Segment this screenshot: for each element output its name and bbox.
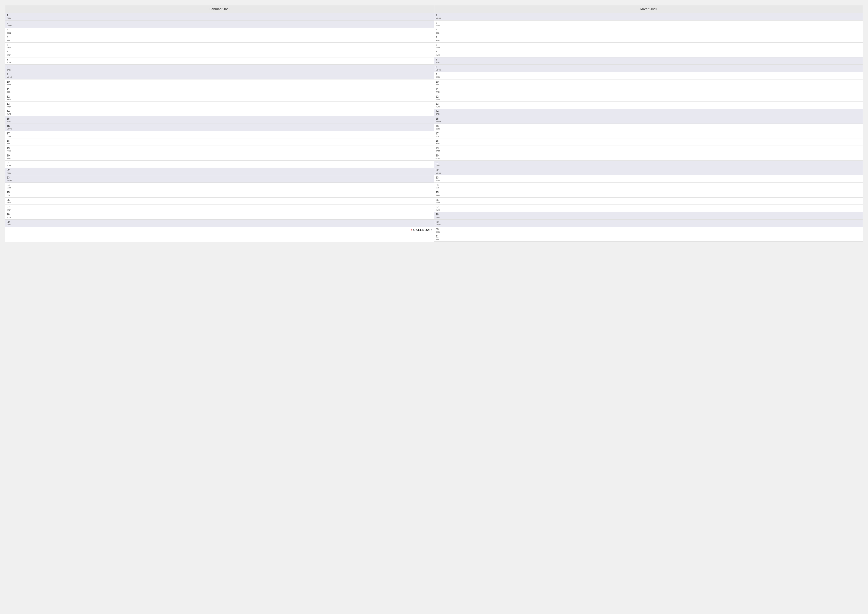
day-name: MING [436, 224, 445, 226]
day-row: 17SEL [434, 131, 863, 138]
day-info: 17SEL [436, 132, 445, 138]
day-info: 31SEL [436, 235, 445, 241]
day-name: MING [7, 76, 16, 78]
day-row: 25SEL [5, 190, 434, 197]
day-name: JUM [436, 54, 445, 56]
day-info: 18SEL [7, 139, 16, 145]
day-number: 3 [7, 29, 16, 32]
day-row: 4SEL [5, 35, 434, 43]
day-number: 16 [436, 124, 445, 128]
day-row: 6KAM [5, 50, 434, 58]
day-number: 16 [7, 124, 16, 128]
day-number: 12 [436, 95, 445, 98]
day-number: 17 [7, 132, 16, 135]
day-row: 21SAB [434, 161, 863, 168]
calendar-container: Februari 2020 1SAB2MING3SEN4SEL5RAB6KAM7… [5, 5, 863, 242]
day-name: KAM [7, 106, 16, 108]
day-info: 12KAM [436, 95, 445, 101]
day-name: MING [436, 172, 445, 174]
day-name: SEL [7, 194, 16, 197]
february-days: 1SAB2MING3SEN4SEL5RAB6KAM7JUM8SAB9MING10… [5, 13, 434, 227]
day-info: 24SEN [7, 183, 16, 189]
day-info: 25RAB [436, 191, 445, 197]
day-info: 3SEN [7, 29, 16, 34]
day-number: 17 [436, 132, 445, 135]
day-row: 16SEN [434, 124, 863, 131]
day-number: 14 [7, 110, 16, 113]
day-number: 23 [436, 176, 445, 179]
day-row: 20KAM [5, 153, 434, 161]
day-row: 14SAB [434, 109, 863, 117]
day-info: 5RAB [7, 44, 16, 49]
day-name: JUM [7, 165, 16, 167]
day-number: 8 [7, 65, 16, 68]
day-row: 22MING [434, 168, 863, 175]
day-number: 31 [436, 235, 445, 238]
day-number: 1 [436, 14, 445, 17]
day-row: 4RAB [434, 35, 863, 43]
day-number: 13 [7, 102, 16, 106]
day-row: 28SAB [434, 212, 863, 219]
day-info: 1MING [436, 14, 445, 20]
day-row: 2SEN [434, 20, 863, 28]
day-row: 26KAM [434, 197, 863, 205]
march-days: 1MING2SEN3SEL4RAB5KAM6JUM7SAB8MING9SEN10… [434, 13, 863, 242]
day-row: 16MING [5, 124, 434, 131]
day-info: 4SEL [7, 36, 16, 42]
day-info: 5KAM [436, 44, 445, 49]
day-row: 21JUM [5, 161, 434, 168]
day-info: 25SEL [7, 191, 16, 197]
day-row: 24SEN [5, 183, 434, 190]
day-row: 1SAB [5, 13, 434, 20]
day-number: 19 [7, 146, 16, 150]
day-name: RAB [436, 39, 445, 42]
day-info: 26RAB [7, 198, 16, 204]
day-row: 11RAB [434, 87, 863, 94]
day-info: 10SEN [7, 80, 16, 86]
day-info: 27KAM [7, 205, 16, 211]
day-name: SAB [436, 113, 445, 115]
day-info: 8SAB [7, 65, 16, 71]
day-number: 21 [436, 162, 445, 165]
day-info: 22MING [436, 169, 445, 174]
day-row: 19KAM [434, 146, 863, 153]
day-name: SAB [7, 17, 16, 20]
day-name: KAM [7, 54, 16, 56]
day-info: 7JUM [7, 58, 16, 64]
day-number: 5 [436, 44, 445, 47]
day-info: 10SEL [436, 80, 445, 86]
day-number: 6 [7, 51, 16, 54]
day-row: 9SEN [434, 72, 863, 79]
day-name: KAM [436, 47, 445, 49]
day-number: 30 [436, 228, 445, 231]
day-row: 11SEL [5, 87, 434, 94]
day-info: 28SAB [436, 213, 445, 219]
day-info: 20JUM [436, 154, 445, 160]
day-info: 8MING [436, 65, 445, 71]
day-number: 24 [436, 183, 445, 187]
day-number: 11 [436, 88, 445, 91]
day-name: KAM [7, 209, 16, 211]
day-name: SEN [7, 84, 16, 86]
day-info: 3SEL [436, 29, 445, 34]
day-info: 27JUM [436, 205, 445, 211]
day-row: 2MING [5, 20, 434, 28]
day-name: JUM [436, 157, 445, 160]
day-row: 23MING [5, 175, 434, 183]
day-info: 29MING [436, 220, 445, 226]
day-info: 23SEN [436, 176, 445, 182]
day-name: MING [7, 128, 16, 130]
day-name: JUM [7, 61, 16, 64]
day-info: 2SEN [436, 21, 445, 27]
day-name: SEN [436, 128, 445, 130]
day-name: SEN [436, 76, 445, 78]
day-info: 11RAB [436, 88, 445, 93]
day-number: 20 [436, 154, 445, 157]
day-name: JUM [7, 113, 16, 115]
day-number: 8 [436, 65, 445, 68]
day-number: 25 [7, 191, 16, 194]
day-name: JUM [436, 106, 445, 108]
day-info: 24SEL [436, 183, 445, 189]
calendar-label: CALENDAR [413, 228, 432, 232]
day-info: 6KAM [7, 51, 16, 56]
